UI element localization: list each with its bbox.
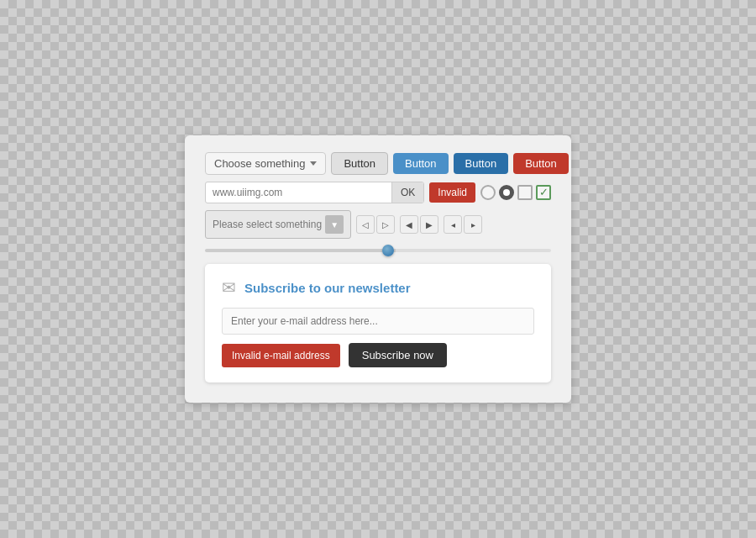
default-button[interactable]: Button [331, 152, 388, 175]
newsletter-card: ✉ Subscribe to our newsletter Invalid e-… [205, 264, 551, 382]
email-input[interactable] [222, 308, 534, 335]
newsletter-title: Subscribe to our newsletter [244, 281, 411, 295]
nav-arrows-group-3: ◂ ▸ [444, 215, 482, 234]
url-input-group: OK [205, 182, 424, 203]
ui-panel: Choose something Button Button Button Bu… [185, 135, 571, 403]
envelope-icon: ✉ [222, 277, 236, 298]
button-row: Choose something Button Button Button Bu… [205, 152, 551, 175]
nav-right[interactable]: ▸ [464, 215, 482, 234]
url-input[interactable] [206, 182, 391, 203]
subscribe-button[interactable]: Subscribe now [349, 343, 447, 367]
newsletter-header: ✉ Subscribe to our newsletter [222, 277, 534, 298]
nav-next-filled[interactable]: ▶ [420, 215, 438, 234]
input-row: OK Invalid ✓ [205, 182, 551, 203]
nav-next-icon[interactable]: ▷ [376, 215, 395, 234]
ok-button[interactable]: OK [391, 182, 423, 203]
choose-dropdown[interactable]: Choose something [205, 152, 326, 175]
blue-button-1[interactable]: Button [393, 153, 449, 174]
slider-track [205, 249, 551, 252]
blue-button-2[interactable]: Button [454, 153, 509, 174]
nav-prev-icon[interactable]: ◁ [356, 215, 375, 234]
dropdown-arrow-icon [310, 161, 317, 166]
dropdown-label: Choose something [214, 157, 305, 170]
nav-arrows-group: ◁ ▷ [356, 215, 395, 234]
select-row: Please select something ▼ ◁ ▷ ◀ ▶ ◂ ▸ [205, 210, 551, 239]
invalid-button[interactable]: Invalid [429, 182, 475, 203]
slider-row [205, 245, 551, 256]
radio-checked[interactable] [499, 185, 514, 200]
nav-prev-filled[interactable]: ◀ [400, 215, 418, 234]
select-dropdown[interactable]: Please select something ▼ [205, 210, 351, 239]
nav-arrows-group-2: ◀ ▶ [400, 215, 438, 234]
select-label: Please select something [213, 219, 322, 230]
select-arrow-btn[interactable]: ▼ [325, 215, 344, 234]
slider-thumb[interactable] [382, 245, 394, 256]
invalid-email-button[interactable]: Invalid e-mail address [222, 344, 340, 367]
newsletter-link[interactable]: newsletter [348, 281, 410, 295]
nav-left[interactable]: ◂ [444, 215, 462, 234]
checkbox-unchecked[interactable] [517, 185, 533, 200]
red-button[interactable]: Button [513, 153, 569, 174]
radio-group: ✓ [480, 185, 551, 200]
radio-unchecked[interactable] [480, 185, 496, 200]
checkbox-checked[interactable]: ✓ [536, 185, 551, 200]
newsletter-actions: Invalid e-mail address Subscribe now [222, 343, 534, 367]
